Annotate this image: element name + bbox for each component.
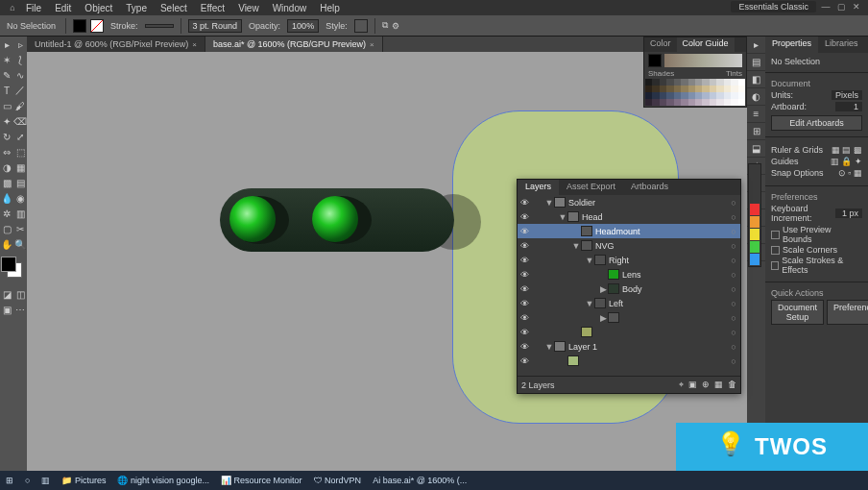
target-icon[interactable]: ○	[727, 284, 740, 294]
document-tab[interactable]: base.ai* @ 1600% (RGB/GPU Preview)×	[205, 37, 383, 52]
visibility-icon[interactable]: 👁	[518, 342, 531, 352]
delete-layer-icon[interactable]: 🗑	[728, 380, 736, 390]
tab-color-guide[interactable]: Color Guide	[677, 37, 735, 52]
target-icon[interactable]: ○	[727, 313, 740, 323]
stroke-swatch[interactable]	[90, 19, 104, 33]
close-tab-icon[interactable]: ×	[192, 40, 197, 49]
menu-help[interactable]: Help	[313, 3, 347, 13]
smart-guides-icon[interactable]: ✦	[855, 157, 862, 166]
make-clipping-mask-icon[interactable]: ▣	[688, 380, 697, 390]
menu-window[interactable]: Window	[266, 3, 314, 13]
menu-view[interactable]: View	[231, 3, 266, 13]
twirl-icon[interactable]: ▼	[558, 212, 567, 222]
paintbrush-tool[interactable]: 🖌	[13, 98, 27, 113]
eyedropper-tool[interactable]: 💧	[0, 190, 13, 206]
visibility-icon[interactable]: 👁	[518, 284, 531, 294]
target-icon[interactable]: ○	[727, 299, 740, 308]
target-icon[interactable]: ○	[727, 256, 740, 265]
taskbar-app[interactable]: 🌐 night vision google...	[111, 476, 215, 485]
shape-builder-tool[interactable]: ◑	[0, 159, 13, 175]
layer-row[interactable]: 👁▼NVG○	[518, 238, 740, 253]
menu-edit[interactable]: Edit	[48, 3, 78, 13]
draw-normal-icon[interactable]: ◪	[0, 286, 13, 302]
taskbar-app[interactable]: 🛡 NordVPN	[308, 476, 368, 485]
search-icon[interactable]: ○	[19, 476, 36, 485]
swatch[interactable]	[750, 204, 760, 215]
rotate-tool[interactable]: ↻	[0, 129, 13, 144]
guides-lock-icon[interactable]: 🔒	[841, 157, 852, 166]
layer-row[interactable]: 👁Lens○	[518, 267, 740, 282]
layer-row[interactable]: 👁▼Layer 1○	[518, 339, 740, 354]
document-setup-button[interactable]: Document Setup	[771, 300, 824, 325]
layer-row[interactable]: 👁▶○	[518, 310, 740, 325]
twirl-icon[interactable]: ▼	[544, 342, 554, 352]
twirl-icon[interactable]: ▼	[571, 241, 581, 251]
scale-strokes-checkbox[interactable]: Scale Strokes & Effects	[771, 256, 862, 275]
layer-row[interactable]: 👁▶Body○	[518, 282, 740, 296]
ruler-icon[interactable]: ▦	[832, 145, 840, 155]
twirl-icon[interactable]: ▼	[544, 198, 554, 208]
opacity-field[interactable]: 100%	[287, 19, 319, 33]
tab-asset-export[interactable]: Asset Export	[559, 180, 623, 195]
rectangle-tool[interactable]: ▭	[0, 98, 13, 113]
units-dropdown[interactable]: Pixels	[832, 90, 862, 100]
dock-icon[interactable]: ≡	[747, 106, 765, 123]
visibility-icon[interactable]: 👁	[518, 241, 531, 251]
layer-name[interactable]: Lens	[622, 270, 727, 280]
layers-panel[interactable]: Layers Asset Export Artboards 👁▼Soldier○…	[517, 179, 741, 394]
scale-corners-checkbox[interactable]: Scale Corners	[771, 245, 862, 255]
visibility-icon[interactable]: 👁	[518, 270, 531, 280]
close-icon[interactable]: ✕	[849, 0, 864, 13]
layer-row[interactable]: 👁▼Right○	[518, 253, 740, 267]
menu-type[interactable]: Type	[119, 3, 154, 13]
visibility-icon[interactable]: 👁	[518, 227, 531, 236]
fill-swatch[interactable]	[73, 19, 86, 33]
transparency-grid-icon[interactable]: ▩	[854, 145, 862, 155]
dock-icon[interactable]: ◐	[747, 88, 765, 106]
layer-name[interactable]: Layer 1	[568, 342, 727, 352]
locate-object-icon[interactable]: ⌖	[679, 380, 684, 390]
maximize-icon[interactable]: ▢	[833, 0, 849, 13]
brush-definition-field[interactable]: 3 pt. Round	[188, 19, 243, 33]
layer-name[interactable]: Headmount	[595, 227, 727, 236]
twirl-icon[interactable]: ▼	[585, 256, 594, 265]
keyboard-increment-field[interactable]: 1 px	[835, 208, 862, 218]
slice-tool[interactable]: ✂	[13, 221, 27, 236]
mesh-tool[interactable]: ▩	[0, 175, 13, 190]
new-sublayer-icon[interactable]: ⊕	[702, 380, 710, 390]
workspace-switcher[interactable]: Essentials Classic	[731, 1, 816, 12]
harmony-row[interactable]	[664, 54, 742, 67]
dock-icon[interactable]: ⬓	[747, 140, 765, 158]
target-icon[interactable]: ○	[727, 328, 740, 337]
taskbar-app[interactable]: Ai base.ai* @ 1600% (...	[367, 476, 472, 485]
layer-name[interactable]: Head	[582, 212, 727, 222]
target-icon[interactable]: ○	[727, 198, 740, 208]
layer-name[interactable]: NVG	[595, 241, 727, 251]
use-preview-bounds-checkbox[interactable]: Use Preview Bounds	[771, 225, 862, 244]
tab-color[interactable]: Color	[644, 37, 677, 52]
blend-tool[interactable]: ◉	[13, 190, 27, 206]
tab-artboards[interactable]: Artboards	[623, 180, 676, 195]
menu-object[interactable]: Object	[78, 3, 119, 13]
layer-name[interactable]: Right	[609, 256, 727, 265]
close-tab-icon[interactable]: ×	[370, 40, 374, 49]
start-icon[interactable]: ⊞	[0, 476, 19, 485]
shaper-tool[interactable]: ✦	[0, 113, 13, 129]
magic-wand-tool[interactable]: ✶	[0, 52, 13, 67]
visibility-icon[interactable]: 👁	[518, 313, 531, 323]
dock-icon[interactable]: ▤	[747, 54, 765, 71]
type-tool[interactable]: T	[0, 83, 13, 98]
layer-name[interactable]: Soldier	[568, 198, 727, 208]
visibility-icon[interactable]: 👁	[518, 212, 531, 222]
swatch[interactable]	[750, 254, 760, 265]
scale-tool[interactable]: ⤢	[13, 129, 27, 144]
target-icon[interactable]: ○	[727, 241, 740, 251]
tab-libraries[interactable]: Libraries	[818, 37, 865, 53]
snap-grid-icon[interactable]: ▦	[854, 168, 862, 178]
edit-toolbar-icon[interactable]: ⋯	[13, 302, 27, 317]
graphic-style-swatch[interactable]	[354, 19, 368, 33]
menu-select[interactable]: Select	[154, 3, 194, 13]
layer-row[interactable]: 👁○	[518, 354, 740, 368]
layer-name[interactable]: Body	[622, 284, 727, 294]
taskbar-app[interactable]: 📁 Pictures	[56, 476, 111, 485]
